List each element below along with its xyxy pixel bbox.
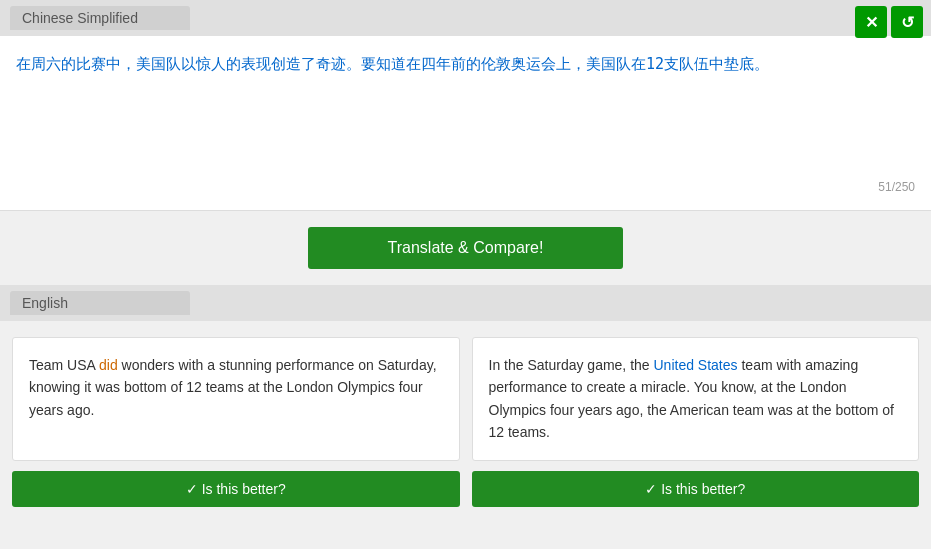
translation-card-1: Team USA did wonders with a stunning per… (12, 337, 460, 461)
t2-seg2: United States (654, 357, 738, 373)
output-lang-bar: English (0, 285, 931, 321)
source-textarea[interactable]: 在周六的比赛中，美国队以惊人的表现创造了奇迹。要知道在四年前的伦敦奥运会上，美国… (0, 36, 931, 176)
output-lang-label: English (10, 291, 190, 315)
close-button[interactable]: ✕ (855, 6, 887, 38)
source-lang-label: Chinese Simplified (10, 6, 190, 30)
is-better-btn-container: ✓ Is this better? ✓ Is this better? (0, 461, 931, 519)
is-better-button-1[interactable]: ✓ Is this better? (12, 471, 460, 507)
source-lang-bar: Chinese Simplified ✕ ↺ (0, 0, 931, 36)
source-lang-bar-buttons: ✕ ↺ (855, 6, 923, 38)
output-section: English Team USA did wonders with a stun… (0, 285, 931, 519)
translation-text-2: In the Saturday game, the United States … (489, 354, 903, 444)
char-count: 51/250 (0, 180, 931, 200)
t1-seg2: did (99, 357, 118, 373)
translations-row: Team USA did wonders with a stunning per… (0, 321, 931, 461)
refresh-button[interactable]: ↺ (891, 6, 923, 38)
translate-compare-button[interactable]: Translate & Compare! (308, 227, 624, 269)
source-section: Chinese Simplified ✕ ↺ 在周六的比赛中，美国队以惊人的表现… (0, 0, 931, 211)
translation-text-1: Team USA did wonders with a stunning per… (29, 354, 443, 421)
translate-btn-container: Translate & Compare! (0, 211, 931, 285)
is-better-button-2[interactable]: ✓ Is this better? (472, 471, 920, 507)
translation-card-2: In the Saturday game, the United States … (472, 337, 920, 461)
t2-seg1: In the Saturday game, the (489, 357, 654, 373)
t1-seg1: Team USA (29, 357, 99, 373)
